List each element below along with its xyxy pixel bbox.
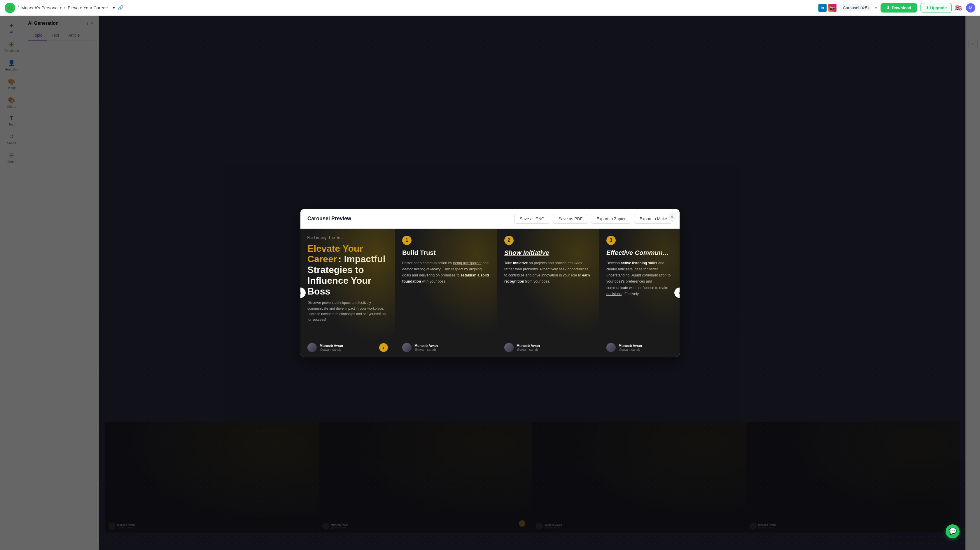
export-zapier-button[interactable]: Export to Zapier [591, 214, 631, 224]
modal-header: Carousel Preview Save as PNG Save as PDF… [301, 209, 679, 229]
card-1-author-name: Muneeb Awan [320, 344, 343, 348]
app-logo[interactable]: 🌿 [5, 3, 15, 13]
card-4-number: 3 [606, 236, 616, 245]
carousel-preview-modal: Carousel Preview Save as PNG Save as PDF… [301, 209, 679, 357]
carousel-format-label[interactable]: Carousel (4:5) [840, 4, 872, 11]
save-png-button[interactable]: Save as PNG [514, 214, 550, 224]
instagram-icon[interactable]: 📷 [828, 4, 837, 12]
workspace-chevron-icon: ▾ [60, 6, 62, 10]
export-make-button[interactable]: Export to Make [634, 214, 673, 224]
breadcrumb-sep-2: / [64, 5, 65, 11]
topbar: 🌿 / Muneeb's Personal ▾ / Elevate Your C… [0, 0, 980, 16]
card-1-description: Discover proven techniques to effectivel… [307, 300, 388, 322]
card-3-number: 2 [504, 236, 514, 245]
card-2-body: Foster open communication by being trans… [402, 260, 490, 285]
card-2-author-avatar [402, 343, 412, 352]
card-1-title: Elevate Your Career : Impactful Strategi… [307, 243, 388, 297]
card-4-body: Develop active listening skills and clea… [606, 260, 674, 298]
linkedin-icon[interactable]: in [818, 4, 827, 12]
card-1-next-button[interactable]: › [379, 343, 388, 352]
save-pdf-button[interactable]: Save as PDF [553, 214, 588, 224]
carousel-cards-container: ‹ Mastering the Art Elevate Your Career … [301, 229, 679, 357]
project-breadcrumb[interactable]: Elevate Your Career:... ▾ [68, 5, 115, 11]
carousel-card-2: 1 Build Trust Foster open communication … [395, 229, 497, 357]
modal-title: Carousel Preview [307, 216, 351, 222]
card-4-heading: Effective Commun… [606, 249, 674, 257]
card-1-author-handle: @awan_sahab [320, 348, 343, 351]
download-icon: ⬇ [886, 6, 890, 10]
card-2-author-handle: @awan_sahab [414, 348, 438, 351]
breadcrumb-sep-1: / [18, 5, 19, 11]
workspace-breadcrumb[interactable]: Muneeb's Personal ▾ [21, 5, 62, 10]
card-1-subtitle: Mastering the Art [307, 236, 388, 240]
project-name: Elevate Your Career:... [68, 5, 112, 10]
card-1-footer: Muneeb Awan @awan_sahab › [307, 343, 388, 352]
modal-close-button[interactable]: ✕ [668, 212, 676, 221]
download-button[interactable]: ⬇ Download [881, 3, 917, 13]
card-4-footer: Muneeb Awan @awan_sahab [606, 343, 674, 352]
card-3-author-handle: @awan_sahab [517, 348, 540, 351]
card-4-author: Muneeb Awan @awan_sahab [606, 343, 642, 352]
card-3-author-name: Muneeb Awan [517, 344, 540, 348]
card-1-author-avatar [307, 343, 317, 352]
card-3-heading: Show Initiative [504, 249, 592, 257]
language-flag[interactable]: 🇬🇧 [955, 4, 963, 11]
card-2-heading: Build Trust [402, 249, 490, 257]
social-icons: in 📷 [818, 4, 837, 12]
card-4-author-handle: @awan_sahab [619, 348, 642, 351]
card-3-author-avatar [504, 343, 514, 352]
card-3-footer: Muneeb Awan @awan_sahab [504, 343, 592, 352]
chat-icon: 💬 [949, 528, 957, 535]
carousel-card-3: 2 Show Initiative Take initiative on pro… [497, 229, 600, 357]
card-1-author: Muneeb Awan @awan_sahab [307, 343, 343, 352]
user-avatar[interactable]: M [966, 3, 975, 13]
project-chevron-icon: ▾ [113, 5, 115, 11]
modal-actions: Save as PNG Save as PDF Export to Zapier… [514, 214, 673, 224]
card-2-author-name: Muneeb Awan [414, 344, 438, 348]
card-3-body: Take initiative on projects and provide … [504, 260, 592, 285]
upgrade-icon: ⬆ [926, 6, 929, 10]
card-4-author-name: Muneeb Awan [619, 344, 642, 348]
chat-button[interactable]: 💬 [946, 525, 959, 538]
modal-overlay: Carousel Preview Save as PNG Save as PDF… [0, 16, 980, 550]
workspace-name: Muneeb's Personal [21, 5, 59, 10]
card-2-number: 1 [402, 236, 412, 245]
link-icon: 🔗 [118, 5, 123, 11]
carousel-card-1: Mastering the Art Elevate Your Career : … [301, 229, 395, 357]
format-chevron-icon: ▾ [875, 6, 877, 10]
upgrade-button[interactable]: ⬆ Upgrade [921, 3, 952, 13]
card-2-footer: Muneeb Awan @awan_sahab [402, 343, 490, 352]
card-4-author-avatar [606, 343, 616, 352]
card-3-author: Muneeb Awan @awan_sahab [504, 343, 540, 352]
carousel-card-4: 3 Effective Commun… Develop active liste… [600, 229, 679, 357]
topbar-right: in 📷 Carousel (4:5) ▾ ⬇ Download ⬆ Upgra… [818, 3, 975, 13]
card-2-author: Muneeb Awan @awan_sahab [402, 343, 438, 352]
